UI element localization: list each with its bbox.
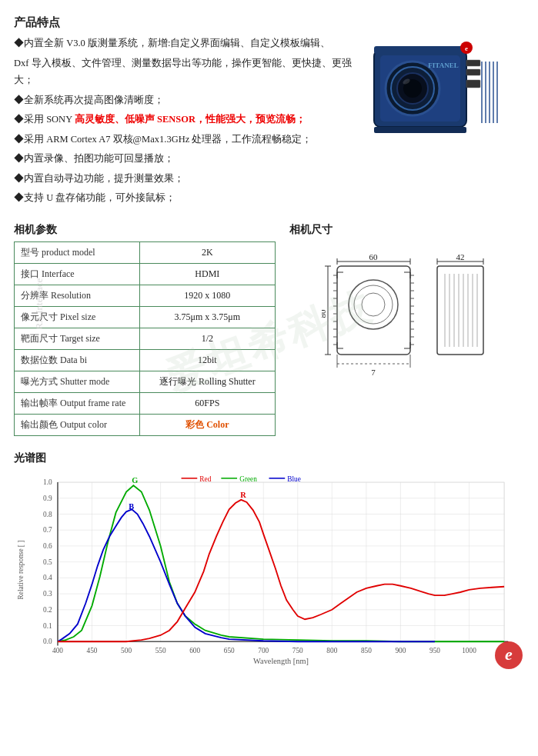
svg-text:0.8: 0.8 — [43, 510, 52, 518]
svg-text:Relative response [ ]: Relative response [ ] — [17, 540, 25, 599]
svg-rect-24 — [337, 266, 410, 355]
param-value: 2K — [139, 241, 275, 263]
svg-text:0.5: 0.5 — [43, 558, 52, 565]
svg-text:1000: 1000 — [462, 646, 476, 654]
param-label: 输出帧率 Output frame rate — [15, 392, 140, 414]
feature-item-4: ◆采用 ARM Cortex A7 双核@Max1.3GHz 处理器，工作流程畅… — [14, 131, 355, 148]
table-row: 分辨率 Resolution1920 x 1080 — [15, 285, 276, 306]
svg-rect-60 — [437, 266, 483, 355]
svg-text:Red: Red — [199, 475, 211, 483]
svg-text:B: B — [129, 502, 134, 511]
section-title-spectrum: 光谱图 — [14, 451, 524, 465]
param-value: 3.75μm x 3.75μm — [139, 306, 275, 328]
param-label: 靶面尺寸 Target size — [15, 328, 140, 349]
svg-rect-8 — [466, 60, 480, 66]
svg-text:60: 60 — [369, 252, 378, 261]
svg-text:Wavelength [nm]: Wavelength [nm] — [253, 657, 309, 665]
svg-text:Blue: Blue — [287, 475, 301, 483]
svg-text:650: 650 — [224, 646, 235, 654]
feature-item-0: ◆内置全新 V3.0 版测量系统，新增:自定义界面编辑、自定义模板编辑、 — [14, 35, 355, 52]
svg-rect-16 — [374, 46, 466, 54]
svg-text:1.0: 1.0 — [43, 478, 52, 486]
param-label: 曝光方式 Shutter mode — [15, 371, 140, 392]
svg-text:550: 550 — [155, 646, 166, 654]
spectrum-section: 光谱图 — [14, 451, 524, 670]
dims-area: 相机尺寸 60 — [289, 223, 524, 436]
svg-text:750: 750 — [292, 646, 303, 654]
svg-text:Green: Green — [239, 475, 257, 483]
features-area: ◆内置全新 V3.0 版测量系统，新增:自定义界面编辑、自定义模板编辑、 Dxf… — [14, 35, 524, 209]
params-area: 相机参数 型号 product model2K接口 InterfaceHDMI分… — [14, 223, 276, 436]
param-value: 1920 x 1080 — [139, 285, 275, 306]
table-row: 数据位数 Data bi12bit — [15, 349, 276, 371]
table-row: 输出颜色 Output color彩色 Color — [15, 414, 276, 435]
param-label: 输出颜色 Output color — [15, 414, 140, 435]
subsection-title-dims: 相机尺寸 — [289, 223, 524, 237]
param-value: 12bit — [139, 349, 275, 371]
svg-rect-9 — [466, 69, 480, 75]
params-table: 型号 product model2K接口 InterfaceHDMI分辨率 Re… — [14, 241, 276, 436]
svg-text:G: G — [132, 476, 138, 485]
param-label: 数据位数 Data bi — [15, 349, 140, 371]
svg-text:0.3: 0.3 — [43, 590, 52, 598]
svg-text:42: 42 — [456, 252, 464, 261]
dims-side-svg: 42 — [431, 252, 493, 379]
table-row: 靶面尺寸 Target size1/2 — [15, 328, 276, 349]
params-dims-row: 相机参数 型号 product model2K接口 InterfaceHDMI分… — [14, 223, 524, 436]
svg-text:FITANEL: FITANEL — [428, 62, 458, 69]
features-text: ◆内置全新 V3.0 版测量系统，新增:自定义界面编辑、自定义模板编辑、 Dxf… — [14, 35, 355, 209]
svg-text:450: 450 — [87, 646, 98, 654]
param-label: 分辨率 Resolution — [15, 285, 140, 306]
svg-text:e: e — [465, 45, 468, 52]
feature-item-5: ◆内置录像、拍图功能可回显播放； — [14, 150, 355, 168]
svg-rect-19 — [374, 127, 466, 133]
svg-text:e: e — [505, 644, 513, 664]
feature-item-7: ◆支持 U 盘存储功能，可外接鼠标； — [14, 189, 355, 207]
subsection-title-params: 相机参数 — [14, 223, 276, 237]
param-label: 接口 Interface — [15, 263, 140, 285]
brand-logo-svg: e — [493, 640, 524, 671]
svg-text:0.9: 0.9 — [43, 494, 52, 501]
svg-text:0.7: 0.7 — [43, 526, 52, 534]
spectrum-svg: 0.0 0.1 0.2 0.3 0.4 0.5 0.6 0.7 0.8 0.9 … — [14, 470, 524, 670]
table-row: 像元尺寸 Pixel size3.75μm x 3.75μm — [15, 306, 276, 328]
svg-point-46 — [354, 285, 393, 324]
camera-product-svg: FITANEL e — [366, 38, 520, 165]
svg-text:500: 500 — [121, 646, 132, 654]
svg-text:400: 400 — [52, 646, 63, 654]
table-row: 输出帧率 Output frame rate60FPS — [15, 392, 276, 414]
param-value: 60FPS — [139, 392, 275, 414]
dims-front-svg: 60 — [322, 252, 422, 379]
param-label: 像元尺寸 Pixel size — [15, 306, 140, 328]
spectrum-chart: 0.0 0.1 0.2 0.3 0.4 0.5 0.6 0.7 0.8 0.9 … — [14, 470, 524, 670]
svg-text:700: 700 — [258, 646, 269, 654]
param-value: 1/2 — [139, 328, 275, 349]
svg-point-47 — [362, 293, 385, 316]
svg-text:800: 800 — [326, 646, 337, 654]
table-row: 型号 product model2K — [15, 241, 276, 263]
svg-text:850: 850 — [361, 646, 372, 654]
svg-rect-10 — [466, 80, 480, 88]
param-value: 彩色 Color — [139, 414, 275, 435]
svg-text:R: R — [240, 490, 246, 498]
feature-item-3: ◆采用 SONY 高灵敏度、低噪声 SENSOR，性能强大，预览流畅； — [14, 111, 355, 128]
svg-text:80: 80 — [322, 309, 327, 318]
svg-text:0.2: 0.2 — [43, 605, 52, 613]
svg-text:0.1: 0.1 — [43, 621, 52, 629]
brand-logo-bottom: e — [493, 640, 524, 676]
svg-text:0.6: 0.6 — [43, 542, 52, 550]
svg-text:900: 900 — [395, 646, 406, 654]
camera-product-image: FITANEL e — [363, 35, 524, 209]
param-label: 型号 product model — [15, 241, 140, 263]
table-row: 接口 InterfaceHDMI — [15, 263, 276, 285]
table-row: 曝光方式 Shutter mode逐行曝光 Rolling Shutter — [15, 371, 276, 392]
svg-text:600: 600 — [189, 646, 200, 654]
svg-point-45 — [349, 280, 398, 329]
dims-drawing: 60 — [289, 252, 524, 379]
feature-item-2: ◆全新系统再次提高图像清晰度； — [14, 92, 355, 109]
svg-text:0.4: 0.4 — [43, 574, 52, 581]
feature-item-6: ◆内置自动寻边功能，提升测量效果； — [14, 170, 355, 188]
param-value: HDMI — [139, 263, 275, 285]
svg-text:0.0: 0.0 — [43, 638, 52, 645]
section-title-features: 产品特点 — [14, 15, 524, 30]
